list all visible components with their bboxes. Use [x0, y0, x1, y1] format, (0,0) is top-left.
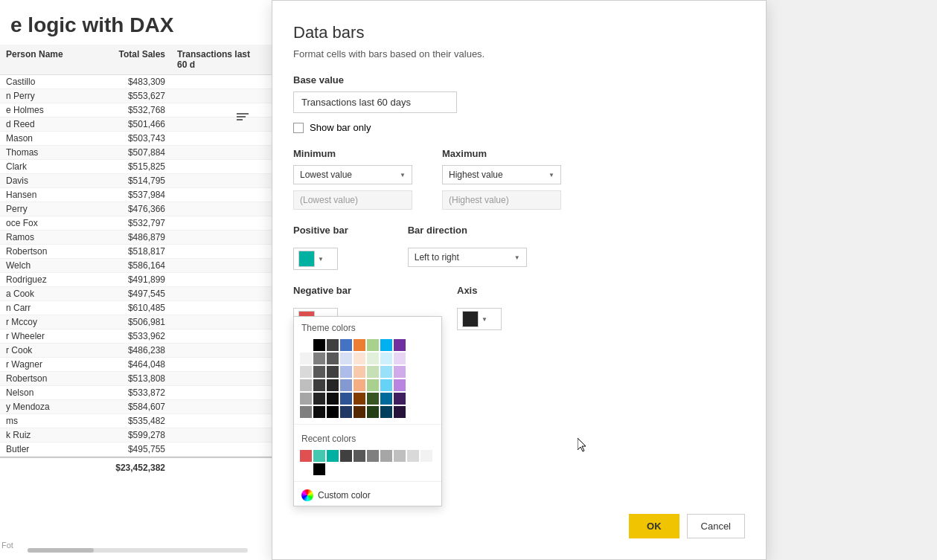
- theme-color-cell[interactable]: [327, 393, 339, 405]
- cell-sales: $584,607: [97, 400, 171, 413]
- theme-color-cell[interactable]: [340, 339, 352, 351]
- negative-bar-section: Negative bar ▼ Theme colors Recent color…: [293, 285, 351, 330]
- table-row: Hansen $537,984: [0, 188, 275, 202]
- recent-color-cell[interactable]: [313, 463, 325, 475]
- theme-color-cell[interactable]: [313, 406, 325, 418]
- cell-sales: $486,238: [97, 344, 171, 357]
- data-table: Person Name Total Sales Transactions las…: [0, 45, 275, 477]
- theme-color-cell[interactable]: [367, 393, 379, 405]
- theme-color-cell[interactable]: [394, 406, 406, 418]
- theme-color-cell[interactable]: [394, 366, 406, 378]
- theme-color-cell[interactable]: [354, 406, 365, 418]
- theme-color-cell[interactable]: [340, 393, 352, 405]
- theme-color-cell[interactable]: [300, 379, 312, 391]
- theme-color-cell[interactable]: [367, 406, 379, 418]
- theme-color-cell[interactable]: [327, 379, 339, 391]
- theme-colors-grid: [294, 336, 441, 421]
- cell-name: Robertson: [0, 245, 97, 258]
- theme-color-cell[interactable]: [327, 366, 339, 378]
- lowest-value-text: Lowest value: [300, 170, 352, 180]
- theme-color-cell[interactable]: [380, 353, 392, 364]
- color-picker-popup: Theme colors Recent colors Custom color: [293, 316, 442, 506]
- theme-color-cell[interactable]: [340, 406, 352, 418]
- bar-direction-dropdown[interactable]: Left to right ▼: [408, 248, 527, 267]
- theme-color-cell[interactable]: [354, 393, 365, 405]
- recent-color-cell[interactable]: [394, 450, 406, 462]
- theme-color-cell[interactable]: [394, 339, 406, 351]
- cell-name: e Holmes: [0, 103, 97, 117]
- theme-color-cell[interactable]: [394, 393, 406, 405]
- maximum-dropdown[interactable]: Highest value ▼: [442, 165, 561, 184]
- recent-color-cell[interactable]: [380, 450, 392, 462]
- recent-color-cell[interactable]: [407, 450, 419, 462]
- cell-trans: [171, 372, 260, 385]
- theme-color-cell[interactable]: [327, 406, 339, 418]
- theme-color-cell[interactable]: [313, 339, 325, 351]
- mouse-cursor: [578, 438, 594, 459]
- recent-color-cell[interactable]: [300, 450, 312, 462]
- theme-color-cell[interactable]: [340, 353, 352, 364]
- theme-color-cell[interactable]: [340, 379, 352, 391]
- theme-color-cell[interactable]: [327, 339, 339, 351]
- theme-color-cell[interactable]: [367, 366, 379, 378]
- custom-color-btn[interactable]: Custom color: [294, 485, 441, 506]
- theme-color-cell[interactable]: [380, 379, 392, 391]
- theme-color-col: [327, 339, 339, 418]
- col-person-name: Person Name: [0, 48, 97, 71]
- theme-color-cell[interactable]: [313, 366, 325, 378]
- show-bar-only-checkbox[interactable]: [293, 123, 304, 133]
- cancel-button[interactable]: Cancel: [687, 514, 745, 538]
- scrollbar[interactable]: [28, 548, 248, 553]
- theme-color-cell[interactable]: [380, 339, 392, 351]
- theme-color-cell[interactable]: [300, 393, 312, 405]
- theme-color-cell[interactable]: [354, 353, 365, 364]
- recent-color-cell[interactable]: [420, 450, 432, 462]
- theme-color-cell[interactable]: [367, 379, 379, 391]
- theme-color-cell[interactable]: [327, 353, 339, 364]
- theme-color-cell[interactable]: [367, 339, 379, 351]
- minimum-dropdown[interactable]: Lowest value ▼: [293, 165, 412, 184]
- ok-button[interactable]: OK: [629, 514, 679, 538]
- theme-color-col: [380, 339, 392, 418]
- theme-color-cell[interactable]: [313, 353, 325, 364]
- footer-label: Fot: [1, 541, 13, 550]
- cell-sales: $515,825: [97, 160, 171, 173]
- recent-color-cell[interactable]: [354, 450, 365, 462]
- theme-color-cell[interactable]: [380, 406, 392, 418]
- table-row: e Holmes $532,768: [0, 103, 275, 118]
- theme-color-cell[interactable]: [380, 393, 392, 405]
- table-row: Castillo $483,309: [0, 75, 275, 89]
- theme-color-cell[interactable]: [340, 366, 352, 378]
- theme-color-cell[interactable]: [394, 379, 406, 391]
- theme-color-cell[interactable]: [354, 366, 365, 378]
- base-value-dropdown[interactable]: Transactions last 60 days: [293, 91, 457, 113]
- theme-color-cell[interactable]: [354, 339, 365, 351]
- theme-color-cell[interactable]: [380, 366, 392, 378]
- theme-color-cell[interactable]: [394, 353, 406, 364]
- theme-color-cell[interactable]: [300, 353, 312, 364]
- table-row: r Wagner $464,048: [0, 358, 275, 372]
- base-value-text: Transactions last 60 days: [301, 97, 411, 108]
- recent-color-cell[interactable]: [327, 450, 339, 462]
- theme-color-cell[interactable]: [313, 393, 325, 405]
- theme-color-cell[interactable]: [313, 379, 325, 391]
- theme-color-col: [394, 339, 406, 418]
- theme-color-cell[interactable]: [300, 339, 312, 351]
- axis-section: Axis ▼: [457, 285, 502, 330]
- theme-color-cell[interactable]: [354, 379, 365, 391]
- sort-icon[interactable]: [237, 113, 249, 120]
- theme-color-cell[interactable]: [300, 366, 312, 378]
- positive-bar-color-btn[interactable]: ▼: [293, 248, 338, 270]
- axis-color-btn[interactable]: ▼: [457, 308, 502, 330]
- recent-color-cell[interactable]: [367, 450, 379, 462]
- theme-color-cell[interactable]: [300, 406, 312, 418]
- min-max-row: Minimum Lowest value ▼ (Lowest value) Ma…: [293, 148, 745, 210]
- cell-name: Welch: [0, 259, 97, 272]
- cell-name: Castillo: [0, 75, 97, 88]
- recent-color-cell[interactable]: [300, 463, 312, 475]
- scrollbar-thumb[interactable]: [28, 548, 94, 553]
- recent-color-cell[interactable]: [340, 450, 352, 462]
- cell-name: Davis: [0, 174, 97, 187]
- recent-color-cell[interactable]: [313, 450, 325, 462]
- theme-color-cell[interactable]: [367, 353, 379, 364]
